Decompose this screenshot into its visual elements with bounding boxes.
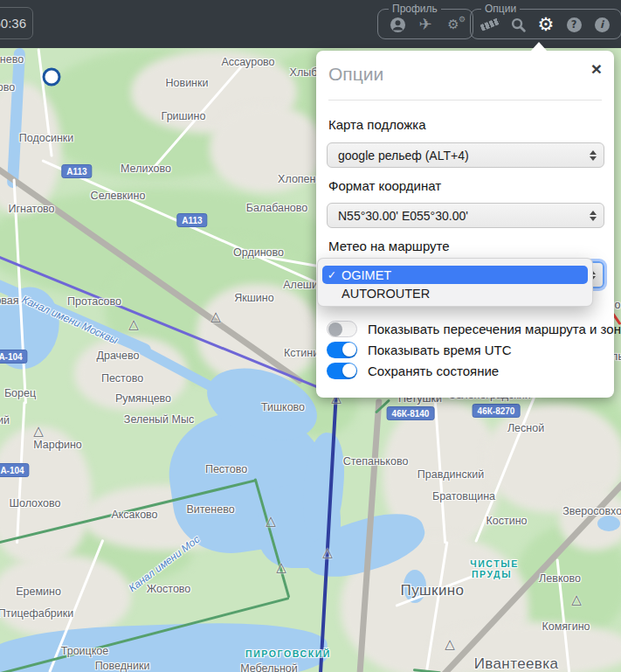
map-label: Зеленый Мыс xyxy=(124,413,194,426)
coord-format-label: Формат координат xyxy=(328,178,441,193)
map-label: Троицкое xyxy=(61,645,109,657)
coord-format-select[interactable]: N55°30.00' E055°30.00' xyxy=(327,203,604,228)
gears-icon[interactable]: ⚙⚙ xyxy=(442,14,465,35)
map-label: Левково xyxy=(539,572,581,585)
triangle-marker[interactable]: △ xyxy=(210,308,221,324)
map-label: Жостово xyxy=(147,583,191,595)
toggle-row: Показывать время UTC xyxy=(327,341,512,358)
dropdown-option-ogimet[interactable]: ✓OGIMET xyxy=(322,266,588,284)
map-label: Борец xyxy=(4,387,36,399)
coord-format-select-value: N55°30.00' E055°30.00' xyxy=(338,209,468,223)
toolbar-group-options-label: Опции xyxy=(481,3,520,15)
dropdown-option-autorouter[interactable]: ✓AUTOROUTER xyxy=(322,284,588,302)
dropdown-option-label: OGIMET xyxy=(342,268,391,282)
map-label: Ординово xyxy=(233,246,284,259)
toggle-knob xyxy=(342,364,356,378)
toggle-switch[interactable] xyxy=(327,363,357,379)
airplane-icon[interactable]: ✈ xyxy=(414,14,437,35)
ruler-icon[interactable] xyxy=(479,14,501,35)
toggle-label: Сохранять состояние xyxy=(368,364,499,378)
route-weather-label: Метео на маршруте xyxy=(328,239,450,253)
info-icon[interactable]: i xyxy=(590,14,613,35)
triangle-marker[interactable]: △ xyxy=(33,423,44,439)
weather-dropdown-menu: ✓OGIMET✓AUTOROUTER xyxy=(317,258,593,307)
triangle-marker[interactable]: △ xyxy=(445,636,455,652)
map-label: Протасово xyxy=(67,295,121,308)
triangle-marker[interactable]: △ xyxy=(266,513,276,529)
map-label: Якшино xyxy=(234,292,273,304)
map-label: о xyxy=(615,299,621,311)
map-label: Витенево xyxy=(186,503,234,516)
divider xyxy=(328,100,602,100)
map-label: ий xyxy=(0,414,10,426)
map-label: Еремино xyxy=(16,585,61,598)
toggle-switch[interactable] xyxy=(327,342,357,358)
gear-icon[interactable]: ⚙ xyxy=(535,14,557,35)
toggle-row: Показывать пересечения маршрута и зон xyxy=(327,320,621,337)
road-badge: А-104 xyxy=(0,463,30,477)
panel-pointer-arrow xyxy=(531,42,547,51)
road-badge: 46К-8140 xyxy=(387,406,435,420)
waypoint-circle-marker[interactable] xyxy=(43,68,61,87)
toolbar-group-profile: Профиль ✈ ⚙⚙ xyxy=(377,3,473,39)
map-label: Правдинский xyxy=(417,468,484,481)
toolbar-group-options: Опции ⚙ ? i xyxy=(470,3,621,39)
map-label: Ивантеевка xyxy=(474,655,559,672)
map-label: Пестово xyxy=(205,463,247,475)
map-label: овая xyxy=(0,294,19,307)
toggle-row: Сохранять состояние xyxy=(327,362,499,379)
map-label: Подосинки xyxy=(19,132,74,144)
map-label: ово xyxy=(0,81,15,94)
user-icon[interactable] xyxy=(386,14,409,35)
user-icon-svg xyxy=(390,17,406,33)
triangle-marker[interactable]: △ xyxy=(276,559,286,575)
map-label: Птицефабрики xyxy=(0,607,73,620)
search-icon-svg xyxy=(510,17,527,33)
toggle-knob xyxy=(328,322,342,336)
timer-value: 50:36 xyxy=(0,16,26,31)
road-badge: А113 xyxy=(61,164,92,178)
toolbar: 50:36 Профиль ✈ ⚙⚙ Опции xyxy=(0,0,621,48)
map-label: Мебельной xyxy=(240,662,298,672)
map-label: Лесной xyxy=(507,422,544,434)
map-label: Зверосовхоз xyxy=(562,505,621,517)
map-label: Комягино xyxy=(542,620,590,633)
water-pond xyxy=(597,516,620,531)
panel-title: Опции xyxy=(328,64,383,85)
app-window: еневоовоАссауровоХлыбыНовинкиГришиноПодо… xyxy=(0,0,621,672)
toolbar-group-profile-label: Профиль xyxy=(389,3,441,15)
options-panel: Опции × Карта подложка google рельеф (AL… xyxy=(316,51,614,398)
map-label: Поведники xyxy=(95,660,150,672)
map-label: Тишково xyxy=(261,401,305,413)
map-label: Селевкино xyxy=(91,190,146,202)
map-label: ЧИСТЫЕ xyxy=(470,558,519,569)
map-label: енево xyxy=(0,53,24,66)
map-label: Пушкино xyxy=(401,582,465,599)
map-label: Шолохово xyxy=(10,497,61,509)
map-label: Костино xyxy=(486,515,527,527)
timer-display: 50:36 xyxy=(0,7,33,39)
map-label: ПРУДЫ xyxy=(472,569,512,579)
road-badge: А113 xyxy=(176,213,207,227)
map-label: Мелихово xyxy=(121,163,171,175)
map-label: Драчево xyxy=(96,350,139,362)
map-label: Пестово xyxy=(101,372,143,384)
help-icon[interactable]: ? xyxy=(562,14,585,35)
triangle-marker[interactable]: △ xyxy=(571,592,582,607)
map-label: Братовщина xyxy=(432,490,495,502)
toggle-label: Показывать пересечения маршрута и зон xyxy=(368,322,621,336)
select-stepper-icon xyxy=(590,150,597,161)
check-icon: ✓ xyxy=(322,268,342,281)
map-label: ПИРОГОВСКИЙ xyxy=(245,648,331,659)
toggle-switch[interactable] xyxy=(327,321,357,337)
search-icon[interactable] xyxy=(507,14,529,35)
triangle-marker[interactable]: △ xyxy=(322,544,333,560)
select-stepper-icon xyxy=(590,211,597,221)
close-icon[interactable]: × xyxy=(591,59,602,78)
map-label: Румянцево xyxy=(115,392,171,405)
toggle-knob xyxy=(342,343,356,357)
road-badge: 46К-8270 xyxy=(473,404,521,418)
map-label: Балабаново xyxy=(246,202,308,214)
map-base-select[interactable]: google рельеф (ALT+4) xyxy=(327,142,604,168)
triangle-marker[interactable]: △ xyxy=(128,316,139,332)
